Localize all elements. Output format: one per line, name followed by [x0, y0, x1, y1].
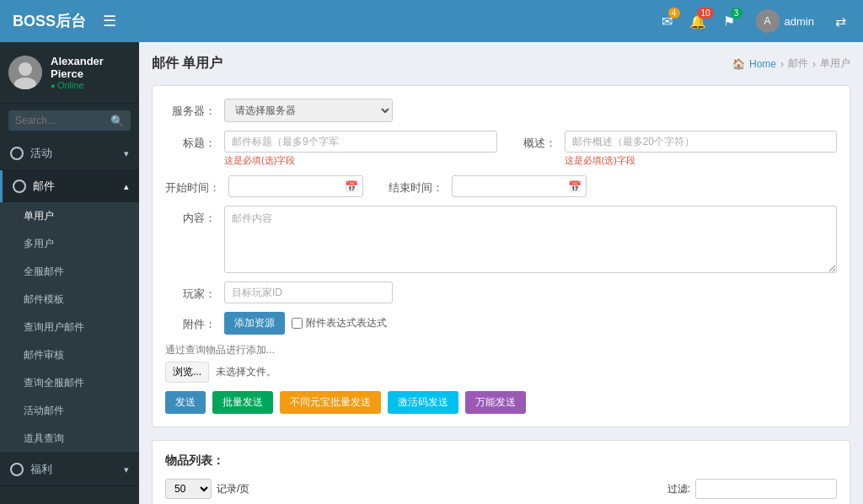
breadcrumb-home[interactable]: Home: [749, 58, 776, 70]
filter-input[interactable]: [695, 479, 837, 499]
attach-checkbox-label[interactable]: 附件表达式表达式: [292, 316, 387, 330]
end-time-field: 📅: [452, 175, 587, 197]
add-resource-button[interactable]: 添加资源: [224, 312, 285, 335]
start-time-input[interactable]: [228, 175, 363, 197]
bell-icon-btn[interactable]: 🔔 10: [685, 9, 710, 34]
mail-menu-icon: [13, 180, 26, 193]
avatar: A: [756, 9, 780, 33]
summary-input[interactable]: [565, 131, 838, 153]
sidebar-profile: Alexander Pierce Online: [0, 42, 139, 104]
browse-placeholder-text: 未选择文件。: [216, 365, 276, 379]
sidebar-item-label: 邮件: [33, 179, 55, 194]
flag-icon-btn[interactable]: ⚑ 3: [719, 9, 739, 34]
sidebar-item-mail[interactable]: 邮件 单用户 多用户 全服邮件 邮件模板 查询用户邮件 邮件审核 查询全服邮件 …: [0, 170, 139, 453]
server-select[interactable]: 请选择服务器: [224, 99, 393, 122]
chevron-up-icon: [124, 181, 129, 192]
items-section: 物品列表： 50 100 记录/页 过滤: id ⇅: [152, 440, 850, 504]
summary-error: 这是必填(选)字段: [565, 154, 838, 167]
player-label: 玩家：: [165, 281, 216, 302]
content-textarea[interactable]: [224, 206, 837, 273]
per-page-label: 记录/页: [217, 482, 249, 496]
server-label: 服务器：: [165, 99, 216, 119]
batch-send-button[interactable]: 批量发送: [212, 391, 273, 414]
end-time-input[interactable]: [452, 175, 587, 197]
mail-badge: 4: [668, 8, 680, 19]
submenu-item-multi[interactable]: 多用户: [0, 230, 139, 258]
content-label: 内容：: [165, 206, 216, 226]
mail-form: 服务器： 请选择服务器 标题： 这是必填(选)字段 概述： 这是必填(选)字段: [152, 85, 850, 427]
title-input[interactable]: [224, 131, 497, 153]
attach-checkbox-text: 附件表达式表达式: [306, 316, 387, 330]
table-controls: 50 100 记录/页 过滤:: [165, 479, 837, 499]
submenu-item-item-query[interactable]: 道具查询: [0, 425, 139, 453]
start-time-field: 📅: [228, 175, 363, 197]
profile-name: Alexander Pierce: [51, 55, 131, 80]
mail-icon-btn[interactable]: ✉ 4: [657, 9, 677, 34]
sidebar-search-wrap: 🔍: [0, 104, 139, 137]
chevron-down-icon: [124, 148, 129, 159]
browse-button[interactable]: 浏览...: [165, 362, 209, 383]
title-summary-row: 标题： 这是必填(选)字段 概述： 这是必填(选)字段: [165, 131, 837, 167]
sidebar-item-activity[interactable]: 活动: [0, 137, 139, 170]
activate-send-button[interactable]: 激活码发送: [388, 391, 458, 414]
profile-avatar: [8, 56, 42, 89]
end-time-label: 结束时间：: [389, 175, 443, 196]
bell-badge: 10: [697, 8, 713, 19]
welfare-icon: [10, 463, 24, 476]
title-error: 这是必填(选)字段: [224, 154, 497, 167]
user-menu[interactable]: A admin: [748, 5, 823, 37]
items-title: 物品列表：: [165, 453, 837, 469]
filter-label: 过滤:: [667, 482, 690, 496]
sidebar-menu: 活动 邮件 单用户 多用户 全服邮件 邮件模板 查询用户邮件 邮件审核 查: [0, 137, 139, 486]
start-time-label: 开始时间：: [165, 175, 220, 196]
profile-info: Alexander Pierce Online: [51, 55, 131, 90]
title-label: 标题：: [165, 131, 216, 151]
breadcrumb-current: 单用户: [820, 56, 850, 71]
calendar-icon-end[interactable]: 📅: [568, 180, 582, 193]
submenu-item-query-all[interactable]: 查询全服邮件: [0, 369, 139, 397]
content-header: 邮件 单用户 🏠 Home › 邮件 › 单用户: [152, 55, 850, 72]
submenu-item-activity-mail[interactable]: 活动邮件: [0, 397, 139, 425]
send-button[interactable]: 发送: [165, 391, 206, 414]
breadcrumb-home-icon: 🏠: [732, 58, 745, 70]
menu-toggle[interactable]: ☰: [103, 12, 116, 30]
top-navbar: BOSS后台 ☰ ✉ 4 🔔 10 ⚑ 3 A admin ⇄: [0, 0, 863, 42]
calendar-icon[interactable]: 📅: [345, 180, 358, 193]
submenu-item-all-server[interactable]: 全服邮件: [0, 258, 139, 286]
main-content: 邮件 单用户 🏠 Home › 邮件 › 单用户 服务器： 请选择服务器 标题：: [139, 42, 863, 504]
sidebar: Alexander Pierce Online 🔍 活动 邮件: [0, 42, 139, 504]
brand-logo: BOSS后台: [13, 11, 86, 31]
player-input[interactable]: [224, 281, 393, 303]
content-row: 内容：: [165, 206, 837, 273]
profile-status: Online: [51, 80, 131, 90]
flag-badge: 3: [731, 8, 742, 19]
sidebar-item-welfare[interactable]: 福利: [0, 453, 139, 486]
breadcrumb: 🏠 Home › 邮件 › 单用户: [732, 56, 850, 71]
attach-checkbox[interactable]: [292, 318, 303, 329]
filter-wrap: 过滤:: [667, 479, 837, 499]
all-send-button[interactable]: 万能发送: [465, 391, 526, 414]
username: admin: [785, 15, 814, 28]
browse-row: 浏览... 未选择文件。: [165, 362, 837, 383]
sidebar-item-label: 福利: [30, 462, 52, 477]
submenu-item-query-user[interactable]: 查询用户邮件: [0, 314, 139, 341]
svg-point-1: [19, 62, 32, 76]
activity-icon: [10, 147, 24, 160]
per-page-control: 50 100 记录/页: [165, 479, 249, 499]
submenu-item-template[interactable]: 邮件模板: [0, 286, 139, 314]
add-tip: 通过查询物品进行添加...: [165, 343, 837, 357]
share-icon-btn[interactable]: ⇄: [831, 9, 850, 34]
chevron-down-icon: [124, 464, 129, 475]
submenu-item-audit[interactable]: 邮件审核: [0, 341, 139, 369]
per-page-select[interactable]: 50 100: [165, 479, 212, 499]
breadcrumb-sep1: ›: [780, 58, 784, 70]
player-row: 玩家：: [165, 281, 837, 303]
diff-send-button[interactable]: 不同元宝批量发送: [280, 391, 381, 414]
summary-field: 这是必填(选)字段: [565, 131, 838, 167]
search-icon: 🔍: [110, 115, 124, 127]
attachment-label: 附件：: [165, 312, 216, 332]
submenu-item-single[interactable]: 单用户: [0, 202, 139, 230]
sidebar-item-label: 活动: [30, 146, 52, 161]
attachment-row: 附件： 添加资源 附件表达式表达式: [165, 312, 837, 335]
attachment-controls: 添加资源 附件表达式表达式: [224, 312, 387, 335]
